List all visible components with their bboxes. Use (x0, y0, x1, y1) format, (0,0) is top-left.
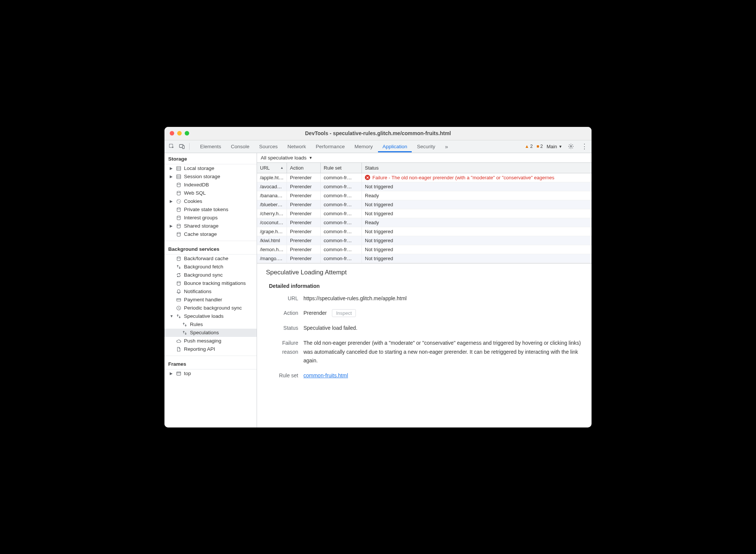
sidebar-item-speculations[interactable]: Speculations (164, 329, 257, 337)
detail-heading: Speculative Loading Attempt (266, 269, 583, 276)
settings-icon[interactable] (566, 141, 576, 151)
error-icon: ✕ (365, 175, 370, 180)
sidebar-item-rules[interactable]: Rules (164, 320, 257, 329)
cell-action: Prerender (287, 236, 321, 245)
issues-badge[interactable]: ■ 2 (536, 144, 543, 149)
close-window-button[interactable] (170, 131, 174, 136)
sidebar-item-label: Back/forward cache (184, 256, 229, 261)
sidebar-item-cache-storage[interactable]: Cache storage (164, 230, 257, 238)
detail-action-label: Action (266, 309, 303, 318)
cell-action: Prerender (287, 182, 321, 191)
chevron-right-icon: ▶ (170, 371, 173, 375)
sidebar-item-label: Interest groups (184, 215, 218, 220)
titlebar: DevTools - speculative-rules.glitch.me/c… (164, 127, 592, 140)
device-toggle-icon[interactable] (177, 141, 187, 151)
sidebar-item-background-sync[interactable]: Background sync (164, 271, 257, 279)
sidebar-item-cookies[interactable]: ▶Cookies (164, 197, 257, 206)
sidebar-item-label: Speculative loads (184, 313, 224, 319)
column-header-action[interactable]: Action (287, 163, 321, 173)
table-row[interactable]: /avocad…Prerendercommon-fr…Not triggered (257, 182, 592, 191)
sidebar-item-label: Cookies (184, 198, 202, 204)
table-row[interactable]: /coconut…Prerendercommon-fr…Ready (257, 218, 592, 227)
sidebar-item-indexeddb[interactable]: IndexedDB (164, 181, 257, 189)
filter-dropdown[interactable]: All speculative loads ▼ (257, 153, 592, 163)
sidebar-item-back-forward-cache[interactable]: Back/forward cache (164, 255, 257, 263)
sidebar-item-background-fetch[interactable]: Background fetch (164, 263, 257, 271)
sidebar-item-label: Background sync (184, 272, 223, 278)
sidebar-item-push-messaging[interactable]: Push messaging (164, 337, 257, 345)
sidebar-item-web-sql[interactable]: Web SQL (164, 189, 257, 197)
column-header-ruleset[interactable]: Rule set (321, 163, 362, 173)
sync-icon (176, 272, 182, 278)
column-header-url[interactable]: URL▲ (257, 163, 287, 173)
cell-action: Prerender (287, 209, 321, 218)
cell-action: Prerender (287, 227, 321, 236)
cell-status: Not triggered (362, 227, 592, 236)
inspect-button[interactable]: Inspect (332, 309, 356, 317)
cell-status: Ready (362, 191, 592, 200)
cell-ruleset: common-fr… (321, 236, 362, 245)
tab-security[interactable]: Security (412, 141, 440, 152)
cell-url: /cherry.h… (257, 209, 287, 218)
chevron-right-icon: ▶ (170, 174, 173, 179)
frames-section-title: Frames (164, 358, 257, 369)
column-header-status[interactable]: Status (362, 163, 592, 173)
sidebar-item-local-storage[interactable]: ▶Local storage (164, 164, 257, 173)
cell-url: /avocad… (257, 182, 287, 191)
cell-action: Prerender (287, 173, 321, 182)
table-row[interactable]: /apple.htmlPrerendercommon-fr…✕Failure -… (257, 173, 592, 182)
table-row[interactable]: /grape.htmlPrerendercommon-fr…Not trigge… (257, 227, 592, 236)
cell-url: /lemon.h… (257, 245, 287, 254)
sidebar-item-private-state-tokens[interactable]: Private state tokens (164, 206, 257, 214)
cell-action: Prerender (287, 245, 321, 254)
tab-sources[interactable]: Sources (255, 141, 282, 152)
storage-section-title: Storage (164, 153, 257, 164)
sidebar-item-speculative-loads[interactable]: ▼Speculative loads (164, 312, 257, 320)
db-cylinder-icon (176, 231, 182, 237)
cell-ruleset: common-fr… (321, 173, 362, 182)
table-row[interactable]: /lemon.h…Prerendercommon-fr…Not triggere… (257, 245, 592, 254)
application-sidebar: Storage ▶Local storage▶Session storageIn… (164, 153, 257, 427)
sidebar-item-periodic-background-sync[interactable]: Periodic background sync (164, 304, 257, 312)
detail-ruleset-link[interactable]: common-fruits.html (303, 372, 348, 378)
sidebar-item-shared-storage[interactable]: ▶Shared storage (164, 222, 257, 230)
sidebar-item-payment-handler[interactable]: Payment handler (164, 296, 257, 304)
table-row[interactable]: /cherry.h…Prerendercommon-fr…Not trigger… (257, 209, 592, 218)
sidebar-item-label: Notifications (184, 289, 212, 294)
more-icon[interactable]: ⋮ (580, 141, 589, 151)
cell-status: Ready (362, 218, 592, 227)
tab-console[interactable]: Console (226, 141, 254, 152)
sidebar-item-top[interactable]: ▶top (164, 369, 257, 378)
sidebar-item-interest-groups[interactable]: Interest groups (164, 214, 257, 222)
cloud-icon (176, 338, 182, 344)
minimize-window-button[interactable] (177, 131, 182, 136)
table-row[interactable]: /kiwi.htmlPrerendercommon-fr…Not trigger… (257, 236, 592, 245)
cell-ruleset: common-fr… (321, 191, 362, 200)
table-row[interactable]: /blueberr…Prerendercommon-fr…Not trigger… (257, 200, 592, 209)
inspect-element-icon[interactable] (167, 141, 176, 151)
table-row[interactable]: /banana.…Prerendercommon-fr…Ready (257, 191, 592, 200)
database-icon (176, 165, 182, 171)
target-dropdown[interactable]: Main ▼ (547, 144, 562, 149)
maximize-window-button[interactable] (185, 131, 189, 136)
tab-application[interactable]: Application (378, 141, 412, 152)
issue-icon: ■ (536, 144, 539, 149)
cell-status: Not triggered (362, 209, 592, 218)
tab-network[interactable]: Network (283, 141, 311, 152)
cell-status: Not triggered (362, 254, 592, 263)
tab-memory[interactable]: Memory (350, 141, 377, 152)
warning-icon: ▲ (524, 144, 529, 149)
sidebar-item-bounce-tracking-mitigations[interactable]: Bounce tracking mitigations (164, 279, 257, 287)
sidebar-item-session-storage[interactable]: ▶Session storage (164, 173, 257, 181)
tab-performance[interactable]: Performance (311, 141, 349, 152)
sidebar-item-reporting-api[interactable]: Reporting API (164, 345, 257, 353)
sidebar-item-label: Cache storage (184, 231, 217, 237)
sidebar-item-label: Local storage (184, 165, 214, 171)
table-row[interactable]: /mango.…Prerendercommon-fr…Not triggered (257, 254, 592, 263)
sidebar-item-notifications[interactable]: Notifications (164, 287, 257, 296)
warnings-badge[interactable]: ▲ 2 (524, 144, 533, 149)
tab-elements[interactable]: Elements (196, 141, 226, 152)
sidebar-item-label: Web SQL (184, 190, 206, 196)
cell-status: ✕Failure - The old non-eager prerender (… (362, 173, 592, 182)
tabs-overflow[interactable]: » (441, 140, 453, 153)
